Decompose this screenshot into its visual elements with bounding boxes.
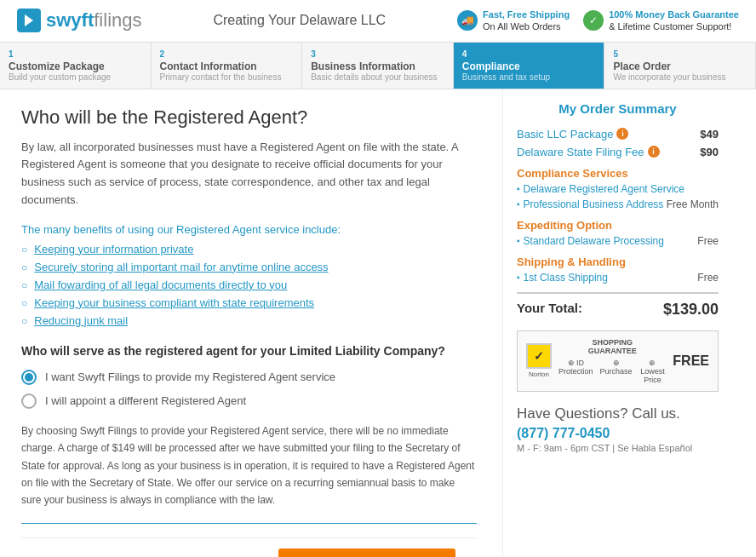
benefit-4: Keeping your business compliant with sta… xyxy=(21,296,477,309)
norton-guarantee-box: ✓ Norton SHOPPINGGUARANTEE ⊕ ID Protecti… xyxy=(517,330,719,392)
page-title: Creating Your Delaware LLC xyxy=(213,13,386,28)
intro-text: By law, all incorporated businesses must… xyxy=(21,139,477,210)
main-area: Who will be the Registered Agent? By law… xyxy=(0,89,756,557)
bullet-icon-3: ▪ xyxy=(517,236,520,245)
shipping-item-1: ▪ 1st Class Shipping Free xyxy=(517,272,719,284)
order-sidebar: My Order Summary Basic LLC Package i $49… xyxy=(502,89,732,557)
order-item-basic-llc: Basic LLC Package i $49 xyxy=(517,128,719,141)
radio-circle-1[interactable] xyxy=(21,370,37,385)
progress-steps: 1 Customize Package Build your custom pa… xyxy=(0,43,756,89)
expediting-section-title: Expediting Option xyxy=(517,219,719,232)
logo-icon xyxy=(17,9,41,32)
shipping-badge: 🚚 Fast, Free Shipping On All Web Orders xyxy=(457,9,570,33)
benefit-1: Keeping your information private xyxy=(21,243,477,256)
shipping-section-title: Shipping & Handling xyxy=(517,256,719,268)
norton-icons: ⊕ ID Protection ⊕ Purchase ⊕ Lowest Pric… xyxy=(558,359,666,384)
check-icon: ✓ xyxy=(583,10,604,31)
norton-free-label: FREE xyxy=(673,353,709,369)
disclaimer-text: By choosing Swyft Filings to provide you… xyxy=(21,422,477,509)
page-title: Who will be the Registered Agent? xyxy=(21,106,477,129)
footer-bar: 🔒 Your information is Safe and Secure. ‹… xyxy=(21,537,477,557)
agent-question: Who will serve as the registered agent f… xyxy=(21,344,477,358)
main-content: Who will be the Registered Agent? By law… xyxy=(0,89,502,557)
bullet-icon-2: ▪ xyxy=(517,199,520,209)
info-icon-1[interactable]: i xyxy=(616,128,628,140)
order-total: Your Total: $139.00 xyxy=(517,292,719,319)
guarantee-badge: ✓ 100% Money Back Guarantee & Lifetime C… xyxy=(583,9,739,33)
benefit-2: Securely storing all important mail for … xyxy=(21,261,477,273)
header-badges: 🚚 Fast, Free Shipping On All Web Orders … xyxy=(457,9,739,33)
total-label: Your Total: xyxy=(517,301,582,319)
step-5[interactable]: 5 Place Order We incorporate your busine… xyxy=(604,43,756,89)
step-2[interactable]: 2 Contact Information Primary contact fo… xyxy=(152,43,303,89)
norton-check-icon: ✓ xyxy=(526,343,552,369)
order-item-filing-fee: Delaware State Filing Fee i $90 xyxy=(517,146,719,158)
step-1[interactable]: 1 Customize Package Build your custom pa… xyxy=(0,43,152,89)
radio-option-2[interactable]: I will appoint a different Registered Ag… xyxy=(21,393,477,409)
benefits-title: The many benefits of using our Registere… xyxy=(21,223,477,236)
radio-circle-2[interactable] xyxy=(21,393,37,409)
total-price: $139.00 xyxy=(663,301,719,319)
radio-group: I want Swyft Filings to provide my Regis… xyxy=(21,370,477,409)
step-3[interactable]: 3 Business Information Basic details abo… xyxy=(302,43,454,89)
bullet-icon-1: ▪ xyxy=(517,184,520,193)
compliance-item-2: ▪ Professional Business Address Free Mon… xyxy=(517,198,719,210)
compliance-section-title: Compliance Services xyxy=(517,167,719,180)
nav-buttons: ‹ Back Save and Continue › xyxy=(229,548,455,557)
radio-label-1: I want Swyft Filings to provide my Regis… xyxy=(45,370,335,383)
benefit-5: Reducing junk mail xyxy=(21,314,477,327)
logo-text: swyftfilings xyxy=(46,9,142,32)
compliance-item-1: ▪ Delaware Registered Agent Service xyxy=(517,183,719,195)
expediting-item-1: ▪ Standard Delaware Processing Free xyxy=(517,235,719,247)
questions-title: Have Questions? Call us. xyxy=(517,405,719,422)
step-4[interactable]: 4 Compliance Business and tax setup xyxy=(454,43,605,89)
questions-hours: M - F: 9am - 6pm CST | Se Habla Español xyxy=(517,443,719,453)
bullet-icon-4: ▪ xyxy=(517,273,520,282)
sidebar-title: My Order Summary xyxy=(517,101,719,116)
questions-phone[interactable]: (877) 777-0450 xyxy=(517,426,719,441)
radio-option-1[interactable]: I want Swyft Filings to provide my Regis… xyxy=(21,370,477,385)
svg-marker-0 xyxy=(25,14,33,26)
benefits-list: Keeping your information private Securel… xyxy=(21,243,477,327)
norton-guarantee-label: SHOPPINGGUARANTEE xyxy=(558,338,666,355)
info-icon-2[interactable]: i xyxy=(648,146,660,158)
logo[interactable]: swyftfilings xyxy=(17,9,142,32)
truck-icon: 🚚 xyxy=(457,10,478,31)
questions-box: Have Questions? Call us. (877) 777-0450 … xyxy=(517,405,719,453)
separator xyxy=(21,523,477,524)
continue-button[interactable]: Save and Continue › xyxy=(278,548,455,557)
radio-label-2: I will appoint a different Registered Ag… xyxy=(45,394,246,407)
norton-logo: ✓ Norton xyxy=(526,343,552,378)
header: swyftfilings Creating Your Delaware LLC … xyxy=(0,0,756,43)
benefit-3: Mail fowarding of all legal documents di… xyxy=(21,278,477,291)
